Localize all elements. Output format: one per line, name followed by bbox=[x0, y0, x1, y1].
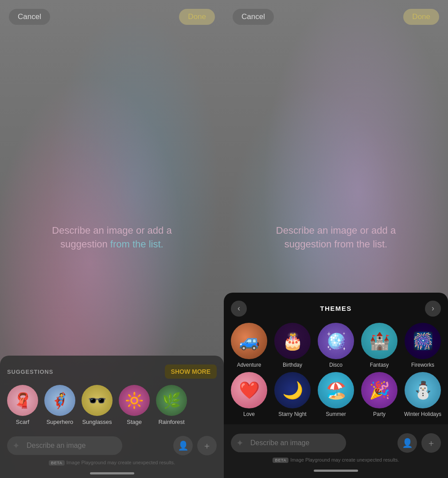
suggestion-label-sunglasses: Sunglasses bbox=[82, 419, 112, 425]
right-home-indicator bbox=[314, 470, 358, 472]
suggestion-emoji-stage: 🔆 bbox=[125, 392, 144, 409]
right-top-bar: Cancel Done bbox=[224, 9, 448, 25]
suggestion-emoji-superhero: 🦸 bbox=[51, 392, 69, 409]
suggestion-item-sunglasses[interactable]: 🕶️ Sunglasses bbox=[82, 385, 113, 425]
left-cancel-button[interactable]: Cancel bbox=[9, 9, 50, 25]
themes-prev-button[interactable]: ‹ bbox=[231, 301, 247, 317]
theme-circle-winter_holidays: ⛄ bbox=[405, 372, 441, 408]
theme-item-birthday[interactable]: 🎂 Birthday bbox=[273, 323, 312, 369]
theme-emoji-winter_holidays: ⛄ bbox=[413, 380, 433, 400]
suggestion-circle-superhero: 🦸 bbox=[44, 385, 75, 416]
left-top-bar: Cancel Done bbox=[0, 9, 224, 25]
right-panel: Cancel Done Describe an image or add a s… bbox=[224, 0, 448, 478]
theme-circle-adventure: 🚙 bbox=[231, 323, 267, 359]
left-person-button[interactable]: 👤 bbox=[173, 436, 193, 455]
theme-label-winter_holidays: Winter Holidays bbox=[404, 411, 441, 418]
left-input-bar: ✦ 👤 ＋ bbox=[7, 431, 217, 458]
suggestion-item-superhero[interactable]: 🦸 Superhero bbox=[44, 385, 75, 425]
left-prompt-part2: suggestion bbox=[60, 239, 110, 250]
right-input-wrapper: ✦ bbox=[231, 434, 393, 452]
theme-item-adventure[interactable]: 🚙 Adventure bbox=[229, 323, 269, 369]
theme-item-love[interactable]: ❤️ Love bbox=[229, 372, 269, 418]
theme-circle-disco: 🪩 bbox=[318, 323, 354, 359]
left-done-button[interactable]: Done bbox=[179, 9, 215, 25]
theme-label-summer: Summer bbox=[326, 411, 346, 418]
theme-emoji-fireworks: 🎆 bbox=[413, 331, 433, 351]
theme-circle-party: 🎉 bbox=[361, 372, 397, 408]
left-panel: Cancel Done Describe an image or add a s… bbox=[0, 0, 224, 478]
themes-panel: ‹ THEMES › 🚙 Adventure 🎂 Birthday 🪩 Disc… bbox=[224, 293, 448, 478]
theme-label-fantasy: Fantasy bbox=[370, 362, 389, 369]
suggestion-item-scarf[interactable]: 🧣 Scarf bbox=[7, 385, 38, 425]
right-input-bar: ✦ 👤 ＋ bbox=[231, 429, 441, 455]
right-beta-tag: BETA bbox=[273, 458, 288, 463]
suggestion-emoji-rainforest: 🌿 bbox=[162, 392, 181, 409]
theme-label-adventure: Adventure bbox=[237, 362, 261, 369]
right-beta-bar: BETAImage Playground may create unexpect… bbox=[231, 455, 441, 468]
suggestion-label-scarf: Scarf bbox=[16, 419, 29, 425]
suggestion-label-rainforest: Rainforest bbox=[158, 419, 184, 425]
theme-label-disco: Disco bbox=[329, 362, 343, 369]
theme-label-love: Love bbox=[243, 411, 255, 418]
suggestion-item-stage[interactable]: 🔆 Stage bbox=[119, 385, 150, 425]
right-beta-text: Image Playground may create unexpected r… bbox=[290, 457, 399, 462]
suggestion-emoji-scarf: 🧣 bbox=[13, 392, 32, 409]
right-person-button[interactable]: 👤 bbox=[397, 433, 417, 453]
theme-item-winter_holidays[interactable]: ⛄ Winter Holidays bbox=[403, 372, 443, 418]
left-add-button[interactable]: ＋ bbox=[197, 436, 217, 455]
suggestion-label-stage: Stage bbox=[127, 419, 142, 425]
right-center-text: Describe an image or add a suggestion fr… bbox=[274, 224, 398, 251]
theme-circle-birthday: 🎂 bbox=[274, 323, 311, 359]
suggestions-header: SUGGESTIONS SHOW MORE bbox=[7, 364, 217, 379]
theme-emoji-love: ❤️ bbox=[239, 380, 260, 400]
theme-item-starry_night[interactable]: 🌙 Starry Night bbox=[273, 372, 312, 418]
right-done-button[interactable]: Done bbox=[403, 9, 439, 25]
suggestion-circle-scarf: 🧣 bbox=[7, 385, 38, 416]
suggestion-emoji-sunglasses: 🕶️ bbox=[88, 392, 106, 409]
theme-label-fireworks: Fireworks bbox=[411, 362, 434, 369]
left-beta-text: Image Playground may create unexpected r… bbox=[66, 460, 175, 465]
right-input-area: ✦ 👤 ＋ BETAImage Playground may create un… bbox=[224, 424, 448, 478]
theme-item-summer[interactable]: 🏖️ Summer bbox=[316, 372, 356, 418]
right-cancel-button[interactable]: Cancel bbox=[233, 9, 274, 25]
theme-circle-love: ❤️ bbox=[231, 372, 267, 408]
suggestion-circle-stage: 🔆 bbox=[119, 385, 150, 416]
themes-next-button[interactable]: › bbox=[425, 301, 441, 317]
theme-item-party[interactable]: 🎉 Party bbox=[359, 372, 399, 418]
theme-emoji-starry_night: 🌙 bbox=[282, 380, 303, 400]
theme-label-party: Party bbox=[373, 411, 386, 418]
left-beta-bar: BETAImage Playground may create unexpect… bbox=[7, 458, 217, 470]
theme-emoji-party: 🎉 bbox=[369, 380, 390, 400]
right-search-input[interactable] bbox=[231, 434, 346, 452]
theme-emoji-disco: 🪩 bbox=[326, 331, 347, 351]
theme-emoji-fantasy: 🏰 bbox=[369, 331, 390, 351]
right-add-button[interactable]: ＋ bbox=[421, 433, 441, 453]
suggestion-label-superhero: Superhero bbox=[47, 419, 74, 425]
suggestions-label: SUGGESTIONS bbox=[7, 368, 53, 375]
theme-label-starry_night: Starry Night bbox=[278, 411, 306, 418]
theme-item-disco[interactable]: 🪩 Disco bbox=[316, 323, 356, 369]
left-input-wrapper: ✦ bbox=[7, 436, 169, 455]
theme-item-fireworks[interactable]: 🎆 Fireworks bbox=[403, 323, 443, 369]
left-search-input[interactable] bbox=[7, 436, 122, 455]
suggestions-row: 🧣 Scarf 🦸 Superhero 🕶️ Sunglasses 🔆 Stag… bbox=[7, 385, 217, 431]
theme-emoji-adventure: 🚙 bbox=[239, 331, 260, 351]
right-prompt-part2: suggestion from the list. bbox=[284, 239, 387, 250]
themes-header: ‹ THEMES › bbox=[224, 293, 448, 323]
suggestion-circle-rainforest: 🌿 bbox=[156, 385, 187, 416]
left-prompt-part1: Describe an image or add a bbox=[52, 225, 171, 236]
left-prompt-part3: from the list. bbox=[110, 239, 164, 250]
theme-circle-starry_night: 🌙 bbox=[274, 372, 311, 408]
suggestion-item-rainforest[interactable]: 🌿 Rainforest bbox=[156, 385, 187, 425]
theme-label-birthday: Birthday bbox=[283, 362, 302, 369]
left-center-text: Describe an image or add a suggestion fr… bbox=[50, 224, 174, 251]
theme-item-fantasy[interactable]: 🏰 Fantasy bbox=[359, 323, 399, 369]
suggestion-circle-sunglasses: 🕶️ bbox=[82, 385, 113, 416]
show-more-button[interactable]: SHOW MORE bbox=[165, 364, 217, 379]
themes-title: THEMES bbox=[247, 305, 425, 312]
theme-circle-fantasy: 🏰 bbox=[361, 323, 397, 359]
theme-emoji-summer: 🏖️ bbox=[326, 380, 347, 400]
theme-circle-summer: 🏖️ bbox=[318, 372, 354, 408]
themes-grid: 🚙 Adventure 🎂 Birthday 🪩 Disco 🏰 Fantasy… bbox=[224, 323, 448, 424]
theme-emoji-birthday: 🎂 bbox=[282, 331, 303, 351]
